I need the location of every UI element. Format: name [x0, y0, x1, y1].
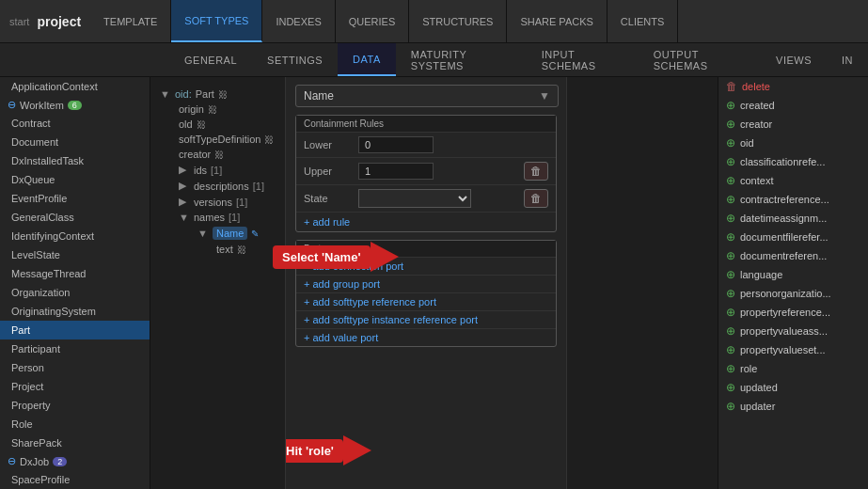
expand-name[interactable]: ▼ — [197, 228, 209, 239]
plus-propref-icon: ⊕ — [726, 306, 735, 319]
plus-docref-icon: ⊕ — [726, 249, 735, 262]
far-right-doc-file[interactable]: ⊕ documentfilerefer... — [718, 228, 868, 246]
plus-contract-icon: ⊕ — [726, 193, 735, 206]
expand-ids[interactable]: ▶ — [179, 164, 190, 176]
port-add-softtype-instance[interactable]: + add softtype instance reference port — [296, 310, 556, 328]
name-dropdown[interactable]: Name ▼ — [295, 85, 559, 107]
state-dropdown[interactable] — [358, 189, 471, 208]
sidebar-item-property[interactable]: Property — [0, 396, 150, 415]
sidebar-item-level-state[interactable]: LevelState — [0, 245, 150, 264]
names-count: [1] — [229, 212, 240, 223]
state-trash-button[interactable]: 🗑 — [524, 189, 548, 208]
role-label: Hit 'role' — [285, 439, 343, 463]
sidebar-item-document[interactable]: Document — [0, 133, 150, 151]
far-right-role[interactable]: ⊕ role — [718, 359, 868, 378]
ver-label: versions — [194, 197, 232, 208]
text-label: text — [216, 244, 233, 255]
subtab-output[interactable]: OUTPUT SCHEMAS — [639, 43, 761, 76]
port-add-softtype-ref[interactable]: + add softtype reference port — [296, 292, 556, 310]
creator-label: creator — [179, 149, 211, 160]
tab-queries[interactable]: QUERIES — [336, 0, 410, 42]
subtab-maturity[interactable]: MATURITY SYSTEMS — [396, 43, 527, 76]
containment-panel: Name ▼ Containment Rules Lower Upper 🗑 — [285, 77, 567, 489]
subtab-views[interactable]: VIEWS — [761, 43, 827, 76]
sidebar-item-role[interactable]: Role — [0, 415, 150, 434]
plus-lang-icon: ⊕ — [726, 268, 735, 281]
far-right-created[interactable]: ⊕ created — [718, 96, 868, 115]
far-right-person-org[interactable]: ⊕ personorganizatio... — [718, 284, 868, 303]
sidebar-item-originating-system[interactable]: OriginatingSystem — [0, 302, 150, 321]
subtab-in[interactable]: IN — [827, 43, 868, 76]
expand-ver[interactable]: ▶ — [179, 196, 190, 208]
top-bar-left: start project — [0, 14, 90, 29]
plus-datetime-icon: ⊕ — [726, 212, 735, 225]
sidebar-item-contract[interactable]: Contract — [0, 114, 150, 133]
far-right-oid[interactable]: ⊕ oid — [718, 134, 868, 152]
far-right-datetime[interactable]: ⊕ datetimeassignm... — [718, 209, 868, 228]
containment-state-row: State 🗑 — [296, 184, 556, 212]
sidebar-item-event-profile[interactable]: EventProfile — [0, 189, 150, 208]
far-right-updater[interactable]: ⊕ updater — [718, 397, 868, 416]
sidebar-item-space-profile[interactable]: SpaceProfile — [0, 470, 150, 489]
select-name-label: Select 'Name' — [273, 245, 371, 269]
port-add-group[interactable]: + add group port — [296, 275, 556, 292]
tab-template[interactable]: TEMPLATE — [90, 0, 171, 42]
tab-clients[interactable]: CLIENTS — [608, 0, 678, 42]
tab-indexes[interactable]: INDEXES — [262, 0, 335, 42]
lower-label: Lower — [304, 139, 351, 150]
sidebar-item-dx-installed-task[interactable]: DxInstalledTask — [0, 151, 150, 170]
sidebar-item-application-context[interactable]: ApplicationContext — [0, 77, 150, 96]
ids-count: [1] — [211, 165, 222, 176]
add-rule-button[interactable]: + add rule — [296, 212, 556, 231]
far-right-classification[interactable]: ⊕ classificationrefe... — [718, 152, 868, 171]
subtab-general[interactable]: GENERAL — [169, 43, 252, 76]
far-right-creator[interactable]: ⊕ creator — [718, 115, 868, 134]
subtab-settings[interactable]: SETTINGS — [252, 43, 338, 76]
sidebar-item-project[interactable]: Project — [0, 377, 150, 396]
lower-input[interactable] — [358, 136, 434, 153]
soft-type-label: softTypeDefinition — [179, 134, 260, 145]
trash-button[interactable]: 🗑 — [524, 162, 548, 181]
subtab-data[interactable]: DATA — [338, 43, 396, 76]
far-right-doc-ref[interactable]: ⊕ documentreferen... — [718, 246, 868, 265]
far-right-prop-val-set[interactable]: ⊕ propertyvalueset... — [718, 340, 868, 359]
upper-label: Upper — [304, 166, 351, 177]
sidebar-item-organization[interactable]: Organization — [0, 283, 150, 302]
tab-soft-types[interactable]: SOFT TYPES — [171, 0, 262, 42]
names-label: names — [194, 212, 225, 223]
sidebar-item-general-class[interactable]: GeneralClass — [0, 208, 150, 227]
containment-upper-row: Upper 🗑 — [296, 157, 556, 184]
expand-icon: ⊖ — [8, 99, 16, 111]
sidebar-item-participant[interactable]: Participant — [0, 339, 150, 358]
expand-desc[interactable]: ▶ — [179, 180, 190, 192]
tab-structures[interactable]: STRUCTURES — [409, 0, 507, 42]
expand-root[interactable]: ▼ — [160, 88, 171, 100]
far-right-updated[interactable]: ⊕ updated — [718, 378, 868, 397]
far-right-language[interactable]: ⊕ language — [718, 265, 868, 284]
sidebar-item-work-item[interactable]: ⊖ WorkItem 6 — [0, 96, 150, 114]
far-right-contract-ref[interactable]: ⊕ contractreference... — [718, 190, 868, 209]
port-add-value[interactable]: + add value port — [296, 328, 556, 346]
expand-names[interactable]: ▼ — [179, 212, 190, 223]
sidebar-item-share-pack[interactable]: SharePack — [0, 434, 150, 452]
far-right-prop-ref[interactable]: ⊕ propertyreference... — [718, 303, 868, 322]
sidebar-item-identifying-context[interactable]: IdentifyingContext — [0, 227, 150, 245]
far-right-context[interactable]: ⊕ context — [718, 171, 868, 190]
start-label: start — [9, 16, 29, 27]
sidebar-item-message-thread[interactable]: MessageThread — [0, 264, 150, 283]
far-right-prop-val-ass[interactable]: ⊕ propertyvalueass... — [718, 322, 868, 340]
sidebar-item-dx-queue[interactable]: DxQueue — [0, 170, 150, 189]
arrow-select-name: Select 'Name' — [273, 242, 399, 272]
ids-label: ids — [194, 165, 207, 176]
subtab-input[interactable]: INPUT SCHEMAS — [527, 43, 639, 76]
plus-updater-icon: ⊕ — [726, 400, 735, 413]
containment-title: Containment Rules — [296, 116, 556, 132]
top-bar: start project TEMPLATE SOFT TYPES INDEXE… — [0, 0, 868, 43]
sidebar-item-person[interactable]: Person — [0, 358, 150, 377]
far-right-panel: 🗑 delete ⊕ created ⊕ creator ⊕ oid ⊕ cla… — [718, 77, 868, 489]
sidebar-item-part[interactable]: Part — [0, 321, 150, 339]
tab-share-packs[interactable]: SHARE PACKS — [507, 0, 607, 42]
far-right-delete[interactable]: 🗑 delete — [718, 77, 868, 96]
sidebar-item-dx-job[interactable]: ⊖ DxJob 2 — [0, 452, 150, 470]
upper-input[interactable] — [358, 163, 434, 180]
